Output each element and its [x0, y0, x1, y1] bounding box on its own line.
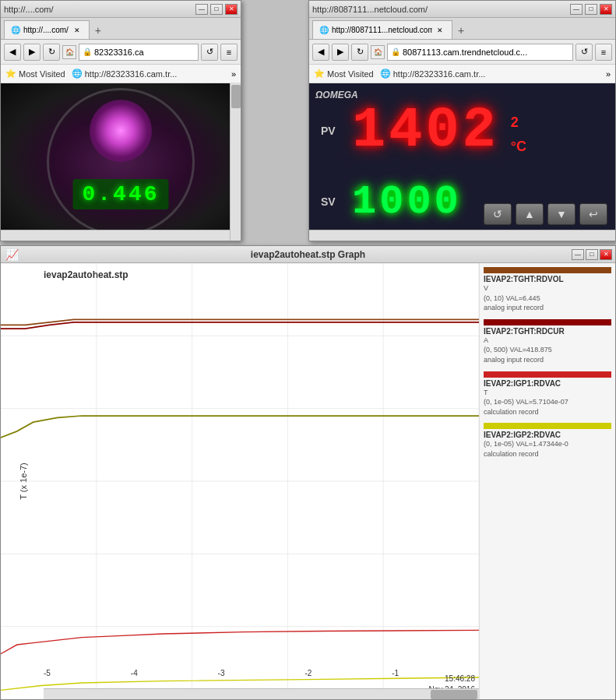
- legend-details-igp1: T (0, 1e-05) VAL=5.7104e-07 calculation …: [484, 388, 611, 417]
- legend-range-rdvol: (0, 10) VAL=6.445: [484, 294, 611, 304]
- legend-range-igp2: (0, 1e-05) VAL=1.47344e-0: [484, 439, 611, 449]
- controller-buttons: ↺ ▲ ▼ ↩: [484, 203, 607, 225]
- pv-label: PV: [321, 125, 344, 137]
- bookmark-link-right[interactable]: 🌐 http://82323316.cam.tr...: [380, 69, 486, 79]
- back-button-left[interactable]: ◀: [4, 44, 21, 61]
- legend-suffix-igp1: T: [484, 388, 611, 398]
- reload-button-left[interactable]: ↻: [43, 44, 60, 61]
- legend-color-igp2: [484, 423, 611, 429]
- nav-bar-left: ◀ ▶ ↻ 🏠 🔒 82323316.ca ↺ ≡: [1, 40, 241, 65]
- forward-button-right[interactable]: ▶: [332, 44, 349, 61]
- address-bar-right[interactable]: 🔒 80871113.cam.trendnetcloud.c...: [387, 44, 573, 61]
- legend-type-rdcur: analog input record: [484, 355, 611, 365]
- tab-right-active[interactable]: 🌐 http://8087111...netcloud.com/ ✕: [312, 20, 452, 39]
- scrollbar-thumb-left[interactable]: [231, 85, 241, 108]
- legend-item-rdcur[interactable]: IEVAP2:TGHT:RDCUR A (0, 500) VAL=418.875…: [484, 319, 611, 365]
- legend-type-igp2: calculation record: [484, 449, 611, 459]
- legend-name-igp2: IEVAP2:IGP2:RDVAC: [484, 431, 611, 439]
- ctrl-btn-reset[interactable]: ↺: [484, 203, 512, 225]
- back-button-right[interactable]: ◀: [312, 44, 329, 61]
- graph-minimize-button[interactable]: —: [572, 249, 584, 260]
- window-controls-right: — □ ✕: [570, 4, 612, 15]
- legend-suffix-rdcur: A: [484, 336, 611, 346]
- reload-button-right[interactable]: ↻: [351, 44, 368, 61]
- bookmark-label-most-visited-left: Most Visited: [19, 69, 65, 79]
- graph-toolbar-left: 📈: [5, 248, 19, 261]
- maximize-button-left[interactable]: □: [210, 4, 223, 15]
- new-tab-button-right[interactable]: +: [452, 22, 470, 39]
- more-button-right[interactable]: ≡: [595, 44, 612, 61]
- x-label-1: -1: [392, 669, 399, 677]
- tab-bar-left: 🌐 http://....com/ ✕ +: [1, 18, 241, 40]
- legend-item-igp1[interactable]: IEVAP2:IGP1:RDVAC T (0, 1e-05) VAL=5.710…: [484, 371, 611, 417]
- window-controls-left: — □ ✕: [195, 4, 238, 15]
- graph-scrollbar-h-thumb[interactable]: [431, 690, 477, 699]
- legend-item-igp2[interactable]: IEVAP2:IGP2:RDVAC (0, 1e-05) VAL=1.47344…: [484, 423, 611, 459]
- tab-bar-right: 🌐 http://8087111...netcloud.com/ ✕ +: [309, 18, 615, 40]
- bookmark-label-most-visited-right: Most Visited: [327, 69, 374, 79]
- x-axis-labels: -5 -4 -3 -2 -1: [44, 669, 479, 677]
- legend-range-rdcur: (0, 500) VAL=418.875: [484, 345, 611, 355]
- tab-close-left[interactable]: ✕: [72, 25, 83, 36]
- legend-name-rdvol: IEVAP2:TGHT:RDVOL: [484, 275, 611, 283]
- bookmark-most-visited-right[interactable]: ⭐ Most Visited: [314, 69, 374, 79]
- graph-body: ievap2autoheat.stp T (x 1e-7): [1, 263, 615, 699]
- globe-icon-left: 🌐: [72, 69, 83, 79]
- browser-left-title: http://....com/: [4, 5, 54, 14]
- graph-maximize-button[interactable]: □: [586, 249, 598, 260]
- ctrl-btn-up[interactable]: ▲: [516, 203, 544, 225]
- nav-bar-right: ◀ ▶ ↻ 🏠 🔒 80871113.cam.trendnetcloud.c..…: [309, 40, 615, 65]
- graph-scrollbar-h[interactable]: [44, 688, 479, 699]
- pv-unit: 2: [511, 114, 519, 131]
- new-tab-button-left[interactable]: +: [90, 22, 107, 39]
- home-button-right[interactable]: 🏠: [371, 45, 385, 59]
- tab-left-active[interactable]: 🌐 http://....com/ ✕: [4, 20, 90, 39]
- bookmarks-more-right[interactable]: »: [606, 69, 611, 79]
- omega-display: ΩOMEGA PV 1402 2 °C SV 1000 ↺ ▲ ▼ ↩: [309, 83, 615, 241]
- legend-panel: IEVAP2:TGHT:RDVOL V (0, 10) VAL=6.445 an…: [479, 263, 615, 699]
- legend-suffix-rdvol: V: [484, 283, 611, 294]
- scrollbar-horizontal-left[interactable]: [1, 230, 230, 241]
- maximize-button-right[interactable]: □: [585, 4, 597, 15]
- star-icon-right: ⭐: [314, 69, 325, 79]
- omega-logo: ΩOMEGA: [315, 90, 358, 100]
- legend-details-rdvol: V (0, 10) VAL=6.445 analog input record: [484, 283, 611, 313]
- graph-icon: 📈: [5, 248, 19, 261]
- legend-range-igp1: (0, 1e-05) VAL=5.7104e-07: [484, 397, 611, 407]
- graph-window-title: ievap2autoheat.stp Graph: [251, 249, 365, 260]
- browser-right: http://8087111...netcloud.com/ — □ ✕ 🌐 h…: [308, 0, 616, 241]
- minimize-button-right[interactable]: —: [570, 4, 583, 15]
- camera-image-left: 0.446: [1, 83, 241, 241]
- omega-controller-view: ΩOMEGA PV 1402 2 °C SV 1000 ↺ ▲ ▼ ↩: [309, 83, 615, 241]
- ctrl-btn-row-1: ↺ ▲ ▼ ↩: [484, 203, 607, 225]
- tab-favicon-right: 🌐: [319, 26, 329, 34]
- browser-left: http://....com/ — □ ✕ 🌐 http://....com/ …: [0, 0, 241, 241]
- refresh-button-left[interactable]: ↺: [201, 44, 218, 61]
- home-button-left[interactable]: 🏠: [62, 45, 76, 59]
- address-text-left: 82323316.ca: [94, 47, 144, 57]
- timestamp-time: 15:46:28: [429, 674, 476, 684]
- scrollbar-horizontal-right[interactable]: [309, 230, 615, 241]
- bookmark-link-text-left: http://82323316.cam.tr...: [85, 69, 178, 79]
- forward-button-left[interactable]: ▶: [23, 44, 40, 61]
- refresh-button-right[interactable]: ↺: [576, 44, 593, 61]
- bookmark-link-left[interactable]: 🌐 http://82323316.cam.tr...: [72, 69, 178, 79]
- legend-item-rdvol[interactable]: IEVAP2:TGHT:RDVOL V (0, 10) VAL=6.445 an…: [484, 267, 611, 313]
- ctrl-btn-enter[interactable]: ↩: [579, 203, 607, 225]
- more-button-left[interactable]: ≡: [220, 44, 238, 61]
- bookmark-most-visited-left[interactable]: ⭐ Most Visited: [5, 69, 65, 79]
- ctrl-btn-down[interactable]: ▼: [547, 203, 576, 225]
- address-icon-left: 🔒: [83, 47, 92, 56]
- address-bar-left[interactable]: 🔒 82323316.ca: [79, 44, 199, 61]
- close-button-left[interactable]: ✕: [225, 4, 238, 15]
- legend-name-igp1: IEVAP2:IGP1:RDVAC: [484, 379, 611, 388]
- x-label-4: -4: [131, 669, 138, 677]
- scrollbar-vertical-left[interactable]: [230, 83, 241, 241]
- minimize-button-left[interactable]: —: [195, 4, 208, 15]
- bookmarks-more-left[interactable]: »: [231, 69, 236, 79]
- tab-close-right[interactable]: ✕: [435, 25, 445, 36]
- title-bar-left: http://....com/ — □ ✕: [1, 1, 241, 18]
- graph-close-button[interactable]: ✕: [600, 249, 612, 260]
- close-button-right[interactable]: ✕: [600, 4, 612, 15]
- graph-title-bar: 📈 ievap2autoheat.stp Graph — □ ✕: [1, 246, 615, 263]
